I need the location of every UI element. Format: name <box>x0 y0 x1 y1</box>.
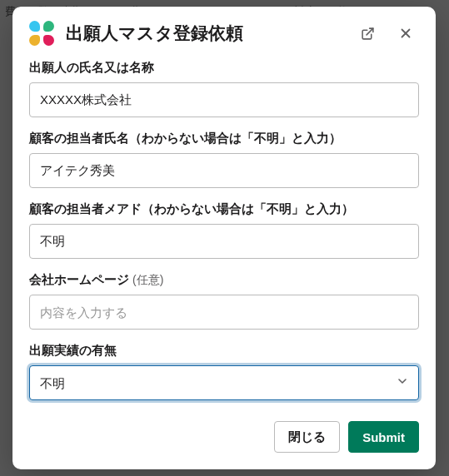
label-filing-history: 出願実績の有無 <box>29 343 419 359</box>
external-link-icon <box>361 27 375 41</box>
label-contact-email: 顧客の担当者メアド（わからない場合は「不明」と入力） <box>29 201 419 217</box>
modal-title: 出願人マスタ登録依頼 <box>66 22 342 45</box>
field-contact-email: 顧客の担当者メアド（わからない場合は「不明」と入力） <box>29 201 419 259</box>
close-modal-button[interactable] <box>392 20 419 47</box>
select-wrap-filing-history: 不明 <box>29 365 419 400</box>
field-filing-history: 出願実績の有無 不明 <box>29 343 419 400</box>
field-homepage: 会社ホームページ (任意) <box>29 272 419 330</box>
field-contact-name: 顧客の担当者氏名（わからない場合は「不明」と入力） <box>29 131 419 188</box>
slack-logo-icon <box>29 21 54 46</box>
label-homepage: 会社ホームページ (任意) <box>29 272 419 288</box>
input-homepage[interactable] <box>29 295 419 330</box>
open-external-button[interactable] <box>354 20 381 47</box>
modal-header: 出願人マスタ登録依頼 <box>12 7 436 57</box>
modal-footer: 閉じる Submit <box>12 408 436 469</box>
input-applicant-name[interactable] <box>29 82 419 117</box>
input-contact-name[interactable] <box>29 153 419 188</box>
modal-body: 出願人の氏名又は名称 顧客の担当者氏名（わからない場合は「不明」と入力） 顧客の… <box>12 57 436 408</box>
label-applicant-name: 出願人の氏名又は名称 <box>29 60 419 76</box>
submit-button[interactable]: Submit <box>348 421 419 453</box>
modal-dialog: 出願人マスタ登録依頼 出願人の氏名又は名称 顧客の担当者氏名（わからない場合は「… <box>12 7 436 469</box>
label-contact-name: 顧客の担当者氏名（わからない場合は「不明」と入力） <box>29 131 419 146</box>
field-applicant-name: 出願人の氏名又は名称 <box>29 60 419 117</box>
close-button[interactable]: 閉じる <box>274 421 340 453</box>
close-icon <box>398 26 413 41</box>
svg-line-0 <box>367 28 373 35</box>
select-filing-history[interactable]: 不明 <box>29 365 419 400</box>
optional-tag: (任意) <box>132 273 163 286</box>
input-contact-email[interactable] <box>29 224 419 259</box>
